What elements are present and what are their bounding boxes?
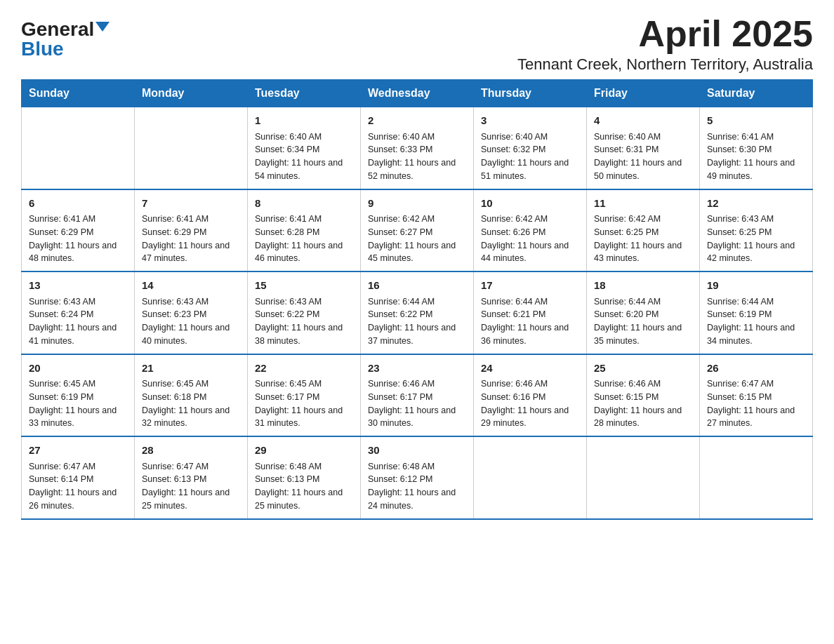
calendar-cell: 19Sunrise: 6:44 AMSunset: 6:19 PMDayligh… — [700, 271, 813, 354]
day-info: Sunrise: 6:44 AMSunset: 6:21 PMDaylight:… — [481, 295, 579, 348]
calendar-cell: 14Sunrise: 6:43 AMSunset: 6:23 PMDayligh… — [135, 271, 248, 354]
month-title: April 2025 — [517, 14, 813, 54]
day-info: Sunrise: 6:40 AMSunset: 6:32 PMDaylight:… — [481, 130, 579, 183]
day-info: Sunrise: 6:42 AMSunset: 6:27 PMDaylight:… — [368, 213, 466, 265]
day-info: Sunrise: 6:43 AMSunset: 6:25 PMDaylight:… — [707, 213, 805, 265]
day-info: Sunrise: 6:40 AMSunset: 6:31 PMDaylight:… — [594, 130, 692, 183]
day-info: Sunrise: 6:45 AMSunset: 6:17 PMDaylight:… — [255, 377, 353, 430]
day-info: Sunrise: 6:44 AMSunset: 6:22 PMDaylight:… — [368, 295, 466, 348]
day-info: Sunrise: 6:46 AMSunset: 6:15 PMDaylight:… — [594, 377, 692, 430]
day-info: Sunrise: 6:48 AMSunset: 6:13 PMDaylight:… — [255, 460, 353, 513]
day-info: Sunrise: 6:42 AMSunset: 6:26 PMDaylight:… — [481, 213, 579, 265]
calendar-cell: 22Sunrise: 6:45 AMSunset: 6:17 PMDayligh… — [248, 354, 361, 437]
calendar-cell: 28Sunrise: 6:47 AMSunset: 6:13 PMDayligh… — [135, 436, 248, 519]
day-info: Sunrise: 6:40 AMSunset: 6:34 PMDaylight:… — [255, 130, 353, 183]
calendar-cell: 24Sunrise: 6:46 AMSunset: 6:16 PMDayligh… — [474, 354, 587, 437]
column-header-friday: Friday — [587, 80, 700, 107]
title-area: April 2025 Tennant Creek, Northern Terri… — [517, 14, 813, 74]
day-info: Sunrise: 6:47 AMSunset: 6:13 PMDaylight:… — [142, 460, 240, 513]
day-number: 3 — [481, 113, 579, 129]
day-number: 19 — [707, 278, 805, 294]
day-number: 13 — [29, 278, 127, 294]
calendar-cell: 6Sunrise: 6:41 AMSunset: 6:29 PMDaylight… — [22, 189, 135, 272]
calendar-cell — [22, 107, 135, 189]
day-number: 11 — [594, 196, 692, 212]
calendar-cell — [474, 436, 587, 519]
day-info: Sunrise: 6:41 AMSunset: 6:30 PMDaylight:… — [707, 130, 805, 183]
column-header-wednesday: Wednesday — [361, 80, 474, 107]
day-number: 21 — [142, 361, 240, 377]
day-info: Sunrise: 6:42 AMSunset: 6:25 PMDaylight:… — [594, 213, 692, 265]
calendar-cell: 5Sunrise: 6:41 AMSunset: 6:30 PMDaylight… — [700, 107, 813, 189]
day-number: 30 — [368, 443, 466, 459]
day-number: 23 — [368, 361, 466, 377]
calendar-cell: 13Sunrise: 6:43 AMSunset: 6:24 PMDayligh… — [22, 271, 135, 354]
day-number: 4 — [594, 113, 692, 129]
day-info: Sunrise: 6:43 AMSunset: 6:23 PMDaylight:… — [142, 295, 240, 348]
calendar-cell: 21Sunrise: 6:45 AMSunset: 6:18 PMDayligh… — [135, 354, 248, 437]
location-title: Tennant Creek, Northern Territory, Austr… — [517, 55, 813, 74]
calendar-cell: 17Sunrise: 6:44 AMSunset: 6:21 PMDayligh… — [474, 271, 587, 354]
day-number: 5 — [707, 113, 805, 129]
day-number: 27 — [29, 443, 127, 459]
day-number: 28 — [142, 443, 240, 459]
calendar-cell: 26Sunrise: 6:47 AMSunset: 6:15 PMDayligh… — [700, 354, 813, 437]
column-header-monday: Monday — [135, 80, 248, 107]
calendar-week-row: 6Sunrise: 6:41 AMSunset: 6:29 PMDaylight… — [22, 189, 813, 272]
calendar-cell: 18Sunrise: 6:44 AMSunset: 6:20 PMDayligh… — [587, 271, 700, 354]
day-number: 18 — [594, 278, 692, 294]
calendar-cell: 7Sunrise: 6:41 AMSunset: 6:29 PMDaylight… — [135, 189, 248, 272]
calendar-week-row: 20Sunrise: 6:45 AMSunset: 6:19 PMDayligh… — [22, 354, 813, 437]
day-info: Sunrise: 6:41 AMSunset: 6:28 PMDaylight:… — [255, 213, 353, 265]
day-number: 6 — [29, 196, 127, 212]
calendar-week-row: 13Sunrise: 6:43 AMSunset: 6:24 PMDayligh… — [22, 271, 813, 354]
calendar-cell: 1Sunrise: 6:40 AMSunset: 6:34 PMDaylight… — [248, 107, 361, 189]
calendar-cell: 9Sunrise: 6:42 AMSunset: 6:27 PMDaylight… — [361, 189, 474, 272]
calendar-header-row: SundayMondayTuesdayWednesdayThursdayFrid… — [22, 80, 813, 107]
day-info: Sunrise: 6:47 AMSunset: 6:15 PMDaylight:… — [707, 377, 805, 430]
calendar-cell: 11Sunrise: 6:42 AMSunset: 6:25 PMDayligh… — [587, 189, 700, 272]
day-info: Sunrise: 6:44 AMSunset: 6:20 PMDaylight:… — [594, 295, 692, 348]
page-header: General Blue April 2025 Tennant Creek, N… — [21, 14, 813, 74]
logo: General Blue — [21, 20, 110, 59]
calendar-cell: 25Sunrise: 6:46 AMSunset: 6:15 PMDayligh… — [587, 354, 700, 437]
day-info: Sunrise: 6:41 AMSunset: 6:29 PMDaylight:… — [29, 213, 127, 265]
day-number: 17 — [481, 278, 579, 294]
column-header-sunday: Sunday — [22, 80, 135, 107]
day-number: 26 — [707, 361, 805, 377]
calendar-cell: 20Sunrise: 6:45 AMSunset: 6:19 PMDayligh… — [22, 354, 135, 437]
calendar-cell: 29Sunrise: 6:48 AMSunset: 6:13 PMDayligh… — [248, 436, 361, 519]
calendar-cell: 8Sunrise: 6:41 AMSunset: 6:28 PMDaylight… — [248, 189, 361, 272]
calendar-cell: 30Sunrise: 6:48 AMSunset: 6:12 PMDayligh… — [361, 436, 474, 519]
day-info: Sunrise: 6:44 AMSunset: 6:19 PMDaylight:… — [707, 295, 805, 348]
day-number: 9 — [368, 196, 466, 212]
day-number: 29 — [255, 443, 353, 459]
day-info: Sunrise: 6:43 AMSunset: 6:24 PMDaylight:… — [29, 295, 127, 348]
calendar-cell: 15Sunrise: 6:43 AMSunset: 6:22 PMDayligh… — [248, 271, 361, 354]
calendar-cell: 16Sunrise: 6:44 AMSunset: 6:22 PMDayligh… — [361, 271, 474, 354]
day-number: 7 — [142, 196, 240, 212]
calendar-cell: 2Sunrise: 6:40 AMSunset: 6:33 PMDaylight… — [361, 107, 474, 189]
day-info: Sunrise: 6:40 AMSunset: 6:33 PMDaylight:… — [368, 130, 466, 183]
calendar-cell: 4Sunrise: 6:40 AMSunset: 6:31 PMDaylight… — [587, 107, 700, 189]
calendar-cell — [135, 107, 248, 189]
day-info: Sunrise: 6:47 AMSunset: 6:14 PMDaylight:… — [29, 460, 127, 513]
day-info: Sunrise: 6:45 AMSunset: 6:18 PMDaylight:… — [142, 377, 240, 430]
day-number: 25 — [594, 361, 692, 377]
calendar-cell: 12Sunrise: 6:43 AMSunset: 6:25 PMDayligh… — [700, 189, 813, 272]
logo-blue: Blue — [21, 39, 64, 59]
logo-triangle-icon — [95, 22, 110, 32]
logo-general: General — [21, 20, 94, 39]
calendar-week-row: 1Sunrise: 6:40 AMSunset: 6:34 PMDaylight… — [22, 107, 813, 189]
day-number: 15 — [255, 278, 353, 294]
day-info: Sunrise: 6:45 AMSunset: 6:19 PMDaylight:… — [29, 377, 127, 430]
calendar-cell: 3Sunrise: 6:40 AMSunset: 6:32 PMDaylight… — [474, 107, 587, 189]
day-number: 22 — [255, 361, 353, 377]
day-number: 20 — [29, 361, 127, 377]
calendar-cell: 10Sunrise: 6:42 AMSunset: 6:26 PMDayligh… — [474, 189, 587, 272]
day-number: 1 — [255, 113, 353, 129]
calendar-cell: 27Sunrise: 6:47 AMSunset: 6:14 PMDayligh… — [22, 436, 135, 519]
day-number: 24 — [481, 361, 579, 377]
day-number: 2 — [368, 113, 466, 129]
column-header-tuesday: Tuesday — [248, 80, 361, 107]
